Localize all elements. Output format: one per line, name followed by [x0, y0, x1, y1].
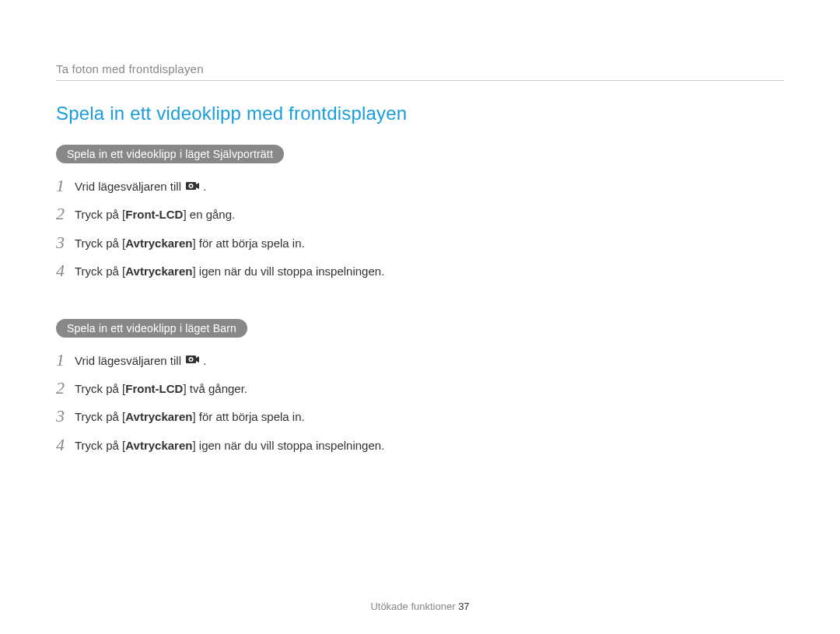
step-text: Tryck på [Avtryckaren] igen när du vill … — [75, 261, 384, 281]
svg-point-6 — [190, 359, 192, 361]
step-row: 1 Vrid lägesväljaren till . — [56, 176, 429, 196]
page-number: 37 — [458, 601, 469, 612]
step-text: Tryck på [Avtryckaren] för att börja spe… — [75, 406, 305, 426]
breadcrumb: Ta foton med frontdisplayen — [56, 62, 784, 75]
step-number: 1 — [56, 350, 75, 370]
video-icon — [186, 179, 201, 197]
step-text: Vrid lägesväljaren till . — [75, 350, 206, 370]
step-number: 3 — [56, 406, 75, 426]
step-text: Tryck på [Avtryckaren] igen när du vill … — [75, 435, 384, 455]
step-text: Tryck på [Front-LCD] två gånger. — [75, 378, 247, 398]
step-number: 4 — [56, 261, 75, 281]
step-row: 1 Vrid lägesväljaren till . — [56, 350, 429, 370]
step-number: 2 — [56, 378, 75, 398]
step-text: Tryck på [Front-LCD] en gång. — [75, 204, 235, 224]
steps-barn: 1 Vrid lägesväljaren till . 2 Tryck på [… — [56, 350, 429, 456]
divider — [56, 80, 784, 81]
step-text: Tryck på [Avtryckaren] för att börja spe… — [75, 233, 305, 253]
page-title: Spela in ett videoklipp med frontdisplay… — [56, 103, 784, 124]
step-row: 3 Tryck på [Avtryckaren] för att börja s… — [56, 233, 429, 253]
footer-label: Utökade funktioner — [370, 601, 455, 612]
step-text: Vrid lägesväljaren till . — [75, 176, 206, 196]
step-number: 2 — [56, 204, 75, 224]
step-row: 4 Tryck på [Avtryckaren] igen när du vil… — [56, 435, 429, 455]
svg-point-2 — [190, 184, 192, 187]
subheading-barn: Spela in ett videoklipp i läget Barn — [56, 319, 247, 338]
step-number: 1 — [56, 176, 75, 196]
steps-selfportrait: 1 Vrid lägesväljaren till . 2 Tryck på [… — [56, 176, 429, 282]
step-number: 4 — [56, 435, 75, 455]
svg-marker-7 — [196, 356, 199, 363]
video-icon — [186, 352, 201, 370]
step-row: 2 Tryck på [Front-LCD] en gång. — [56, 204, 429, 224]
subheading-selfportrait: Spela in ett videoklipp i läget Självpor… — [56, 145, 284, 163]
svg-marker-3 — [196, 183, 199, 189]
step-row: 4 Tryck på [Avtryckaren] igen när du vil… — [56, 261, 429, 281]
step-row: 2 Tryck på [Front-LCD] två gånger. — [56, 378, 429, 398]
step-row: 3 Tryck på [Avtryckaren] för att börja s… — [56, 406, 429, 426]
footer: Utökade funktioner 37 — [0, 601, 840, 612]
step-number: 3 — [56, 233, 75, 253]
